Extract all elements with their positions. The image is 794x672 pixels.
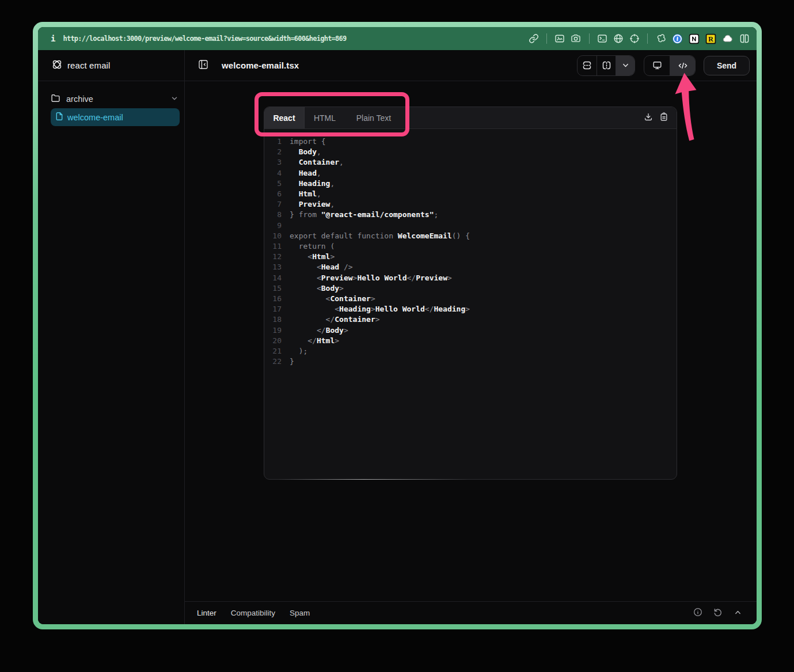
split-view-icon[interactable] (739, 33, 750, 44)
crosshair-icon[interactable] (629, 33, 640, 44)
line-number: 9 (264, 221, 282, 231)
line-number: 20 (264, 336, 282, 346)
tab-compatibility[interactable]: Compatibility (231, 609, 275, 617)
code-line: 17 <Heading>Hello World</Heading> (264, 304, 677, 314)
extensions-clover-icon[interactable] (655, 33, 666, 44)
terminal-icon[interactable] (597, 33, 607, 44)
download-icon[interactable] (644, 112, 653, 123)
code-line: 14 <Preview>Hello World</Preview> (264, 273, 677, 283)
code-panel-actions (644, 107, 677, 128)
desktop-background: i http://localhost:3000/preview/welcome-… (0, 0, 794, 672)
tab-linter[interactable]: Linter (197, 609, 216, 617)
preview-content: React HTML Plain Text 1import {2 Body,3 … (185, 81, 757, 601)
react-email-app: react email archive welcome-email (38, 50, 757, 624)
chevron-down-icon (170, 94, 178, 104)
code-line: 16 <Container> (264, 294, 677, 304)
tab-react[interactable]: React (264, 107, 305, 128)
brand-name: react email (67, 60, 110, 70)
reset-icon[interactable] (713, 608, 723, 618)
toolbar-divider (647, 33, 648, 44)
code-view[interactable]: 1import {2 Body,3 Container,4 Head,5 Hea… (264, 129, 677, 367)
line-number: 10 (264, 231, 282, 241)
browser-viewport: i http://localhost:3000/preview/welcome-… (38, 27, 757, 624)
bottom-bar-icons (693, 608, 742, 618)
onepassword-icon[interactable] (672, 33, 683, 44)
line-number: 4 (264, 168, 282, 179)
line-number: 2 (264, 147, 282, 157)
screenshot-icon[interactable] (554, 33, 565, 44)
info-icon: i (51, 34, 55, 43)
url-text[interactable]: http://localhost:3000/preview/welcome-em… (63, 35, 346, 43)
code-line: 5 Heading, (264, 179, 677, 189)
code-line: 19 </Body> (264, 325, 677, 336)
line-number: 16 (264, 294, 282, 304)
refined-r-icon[interactable]: R (705, 33, 716, 44)
info-circle-icon[interactable] (693, 608, 702, 618)
folder-icon (51, 93, 60, 105)
code-line: 1import { (264, 136, 677, 147)
code-line: 11 return ( (264, 241, 677, 252)
line-number: 12 (264, 252, 282, 262)
line-number: 22 (264, 356, 282, 367)
line-number: 18 (264, 314, 282, 325)
notion-icon[interactable] (689, 33, 700, 44)
code-line: 20 </Html> (264, 336, 677, 346)
code-line: 22} (264, 356, 677, 367)
sidebar: react email archive welcome-email (38, 50, 185, 624)
camera-icon[interactable] (571, 33, 582, 44)
svg-text:R: R (708, 35, 714, 43)
code-line: 7 Preview, (264, 199, 677, 210)
copy-icon[interactable] (659, 112, 668, 123)
browser-window: i http://localhost:3000/preview/welcome-… (33, 22, 762, 629)
bottom-bar: Linter Compatibility Spam (185, 601, 757, 624)
code-line: 12 <Html> (264, 252, 677, 262)
line-number: 19 (264, 325, 282, 336)
folder-label: archive (66, 94, 165, 104)
tab-plain-text[interactable]: Plain Text (345, 107, 402, 128)
desktop-view-button[interactable] (644, 56, 670, 75)
size-dropdown-button[interactable] (616, 56, 635, 75)
main-area: welcome-email.tsx Send (185, 50, 757, 624)
line-number: 8 (264, 210, 282, 220)
line-number: 15 (264, 283, 282, 294)
code-line: 4 Head, (264, 168, 677, 179)
line-number: 17 (264, 304, 282, 314)
line-number: 11 (264, 241, 282, 252)
browser-url-bar: i http://localhost:3000/preview/welcome-… (38, 27, 757, 50)
code-line: 21 ); (264, 346, 677, 356)
source-view-button[interactable] (670, 56, 695, 75)
send-button[interactable]: Send (704, 56, 750, 75)
line-number: 14 (264, 273, 282, 283)
fit-width-button[interactable] (597, 56, 616, 75)
view-mode-group (644, 55, 696, 76)
code-line: 3 Container, (264, 157, 677, 168)
fit-height-button[interactable] (578, 56, 597, 75)
toolbar-divider (546, 33, 547, 44)
line-number: 13 (264, 262, 282, 272)
code-line: 13 <Head /> (264, 262, 677, 272)
sidebar-item-welcome-email[interactable]: welcome-email (51, 108, 180, 126)
globe-icon[interactable] (613, 33, 624, 44)
sidebar-toggle-button[interactable] (198, 59, 208, 71)
cloud-icon[interactable] (722, 33, 734, 44)
code-line: 2 Body, (264, 147, 677, 157)
code-panel: React HTML Plain Text 1import {2 Body,3 … (264, 107, 677, 480)
code-panel-tabbar: React HTML Plain Text (264, 107, 677, 129)
line-number: 1 (264, 136, 282, 147)
tab-html[interactable]: HTML (305, 107, 345, 128)
line-number: 5 (264, 179, 282, 189)
toolbar-divider (589, 33, 590, 44)
chevron-up-icon[interactable] (734, 608, 742, 618)
line-number: 6 (264, 189, 282, 199)
code-line: 8} from "@react-email/components"; (264, 210, 677, 220)
sidebar-header: react email (38, 50, 184, 81)
tab-spam[interactable]: Spam (290, 609, 310, 617)
sidebar-folder-archive[interactable]: archive (51, 91, 180, 107)
link-icon[interactable] (529, 33, 539, 44)
browser-toolbar-icons: R (529, 33, 750, 44)
line-number: 21 (264, 346, 282, 356)
file-icon (55, 112, 64, 123)
line-number: 7 (264, 199, 282, 210)
sidebar-item-label: welcome-email (67, 113, 123, 122)
react-email-logo-icon (51, 58, 63, 73)
